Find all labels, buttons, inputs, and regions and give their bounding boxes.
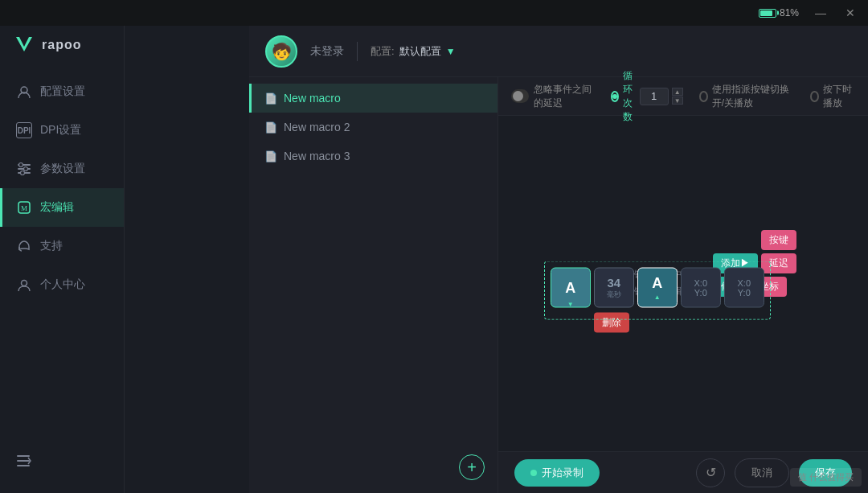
coord-node-2[interactable]: X:0 Y:0 [724, 268, 764, 308]
loop-count-area: ▲ ▼ [640, 88, 683, 105]
sidebar-item-profile-label: 个人中心 [40, 277, 85, 292]
sidebar-item-support[interactable]: 支持 [0, 227, 124, 265]
key-label-a2: A [652, 275, 662, 292]
hold-play-radio[interactable]: 按下时播放 [810, 83, 855, 110]
hold-play-radio-dot [810, 91, 819, 102]
delay-value: 34 [607, 276, 620, 290]
editor-canvas: 左键点击选中 右键点击编辑 按键 添加▶ 延迟 修改 [498, 116, 868, 451]
file-icon-2: 📄 [264, 121, 277, 134]
loop-up-arrow[interactable]: ▲ [672, 88, 683, 96]
battery-pct: 81% [780, 7, 799, 18]
key-node-a-down[interactable]: A ▼ [551, 268, 591, 308]
macro-item-2[interactable]: 📄 New macro 2 [249, 113, 497, 142]
config-icon [16, 84, 32, 100]
config-dropdown-arrow[interactable]: ▼ [446, 46, 456, 57]
key-arrow-down: ▼ [567, 301, 574, 308]
coord2-x: X:0 [738, 278, 751, 288]
watermark-text: 值 什么值得买 [798, 472, 854, 482]
close-button[interactable]: ✕ [842, 5, 858, 21]
coord1-y: Y:0 [694, 288, 707, 298]
key-action-button[interactable]: 按键 [761, 230, 796, 250]
sidebar: rapoo 配置设置 DPI DPI设置 参数设置 M 宏编辑 [0, 26, 125, 493]
delete-action-button[interactable]: 删除 [594, 313, 629, 333]
assign-key-radio-dot [699, 91, 708, 102]
sidebar-item-config[interactable]: 配置设置 [0, 72, 124, 111]
avatar-emoji: 🧒 [272, 42, 292, 61]
macro-list-panel: 📄 New macro 📄 New macro 2 📄 New macro 3 … [249, 77, 498, 493]
toggle-knob [513, 91, 523, 101]
config-name: 默认配置 [399, 44, 441, 59]
action-row-top: 按键 [713, 230, 796, 250]
sidebar-item-params-label: 参数设置 [40, 162, 85, 176]
profile-icon [16, 277, 32, 293]
delay-unit: 毫秒 [607, 290, 621, 300]
record-button[interactable]: 开始录制 [514, 459, 600, 487]
key-arrow-up: ▲ [654, 294, 661, 301]
svg-point-7 [21, 171, 25, 175]
titlebar: 81% — ✕ [0, 0, 868, 26]
sidebar-item-dpi[interactable]: DPI DPI设置 [0, 111, 124, 150]
delay-action-button[interactable]: 延迟 [761, 253, 796, 273]
username: 未登录 [310, 44, 344, 59]
macro-name-2: New macro 2 [284, 121, 350, 134]
macro-list: 📄 New macro 📄 New macro 2 📄 New macro 3 [249, 77, 497, 493]
coord-node-1[interactable]: X:0 Y:0 [681, 268, 721, 308]
delete-row: 删除 [551, 313, 764, 333]
content: 📄 New macro 📄 New macro 2 📄 New macro 3 … [249, 77, 868, 493]
minimize-button[interactable]: — [812, 5, 829, 21]
sidebar-item-support-label: 支持 [40, 239, 63, 253]
coord1-x: X:0 [694, 278, 708, 288]
key-node-a-up[interactable]: A ▲ [637, 268, 678, 308]
sidebar-item-dpi-label: DPI设置 [40, 123, 81, 138]
macro-icon: M [16, 199, 32, 216]
logo-v-icon [13, 34, 35, 56]
sidebar-item-profile[interactable]: 个人中心 [0, 265, 124, 304]
loop-radio-dot [611, 91, 619, 102]
ignore-delay-toggle[interactable]: 忽略事件之间的延迟 [511, 83, 595, 110]
hold-play-label: 按下时播放 [823, 83, 855, 110]
sidebar-item-macro-label: 宏编辑 [40, 200, 74, 215]
macro-name-3: New macro 3 [284, 150, 350, 162]
support-icon [16, 238, 32, 254]
sidebar-item-config-label: 配置设置 [40, 84, 85, 99]
refresh-button[interactable]: ↺ [696, 458, 725, 487]
macro-item-3[interactable]: 📄 New macro 3 [249, 142, 497, 170]
key-label-a: A [565, 279, 575, 296]
params-icon [16, 161, 32, 177]
macro-add-button[interactable]: + [459, 454, 485, 480]
svg-rect-13 [17, 465, 30, 466]
toggle-switch[interactable] [511, 89, 529, 103]
svg-marker-0 [16, 37, 32, 51]
editor-toolbar: 忽略事件之间的延迟 循环次数 ▲ ▼ [498, 77, 868, 116]
ignore-delay-label: 忽略事件之间的延迟 [534, 83, 594, 110]
dpi-icon: DPI [16, 122, 32, 138]
main-area: 🧒 未登录 配置: 默认配置 ▼ 📄 New macro 📄 [125, 26, 868, 493]
sidebar-item-macro[interactable]: M 宏编辑 [0, 188, 124, 227]
loop-arrows: ▲ ▼ [672, 88, 683, 105]
collapse-icon [16, 453, 32, 469]
svg-rect-12 [17, 460, 30, 462]
svg-point-5 [19, 163, 23, 167]
battery-indicator: 81% [759, 7, 799, 18]
nodes-container: A ▼ 34 毫秒 A ▲ [551, 268, 764, 333]
delay-node[interactable]: 34 毫秒 [594, 268, 634, 308]
assign-key-radio[interactable]: 使用指派按键切换开/关播放 [699, 83, 794, 110]
battery-icon [759, 9, 776, 18]
config-label: 配置: [371, 44, 395, 59]
nodes-row: A ▼ 34 毫秒 A ▲ [551, 268, 764, 308]
sidebar-item-params[interactable]: 参数设置 [0, 150, 124, 188]
cancel-button[interactable]: 取消 [735, 458, 789, 487]
avatar: 🧒 [265, 35, 297, 68]
header-divider [357, 42, 358, 61]
coord2-y: Y:0 [738, 288, 751, 298]
macro-editor-panel: 忽略事件之间的延迟 循环次数 ▲ ▼ [498, 77, 868, 493]
macro-name-1: New macro [284, 92, 341, 105]
app-container: rapoo 配置设置 DPI DPI设置 参数设置 M 宏编辑 [0, 26, 868, 493]
logo-area: rapoo [0, 34, 124, 72]
file-icon-1: 📄 [264, 92, 277, 105]
loop-down-arrow[interactable]: ▼ [672, 97, 683, 105]
macro-item-1[interactable]: 📄 New macro [249, 84, 497, 113]
svg-point-10 [22, 281, 27, 286]
sidebar-collapse-btn[interactable] [0, 442, 124, 480]
loop-count-input[interactable] [640, 88, 669, 105]
